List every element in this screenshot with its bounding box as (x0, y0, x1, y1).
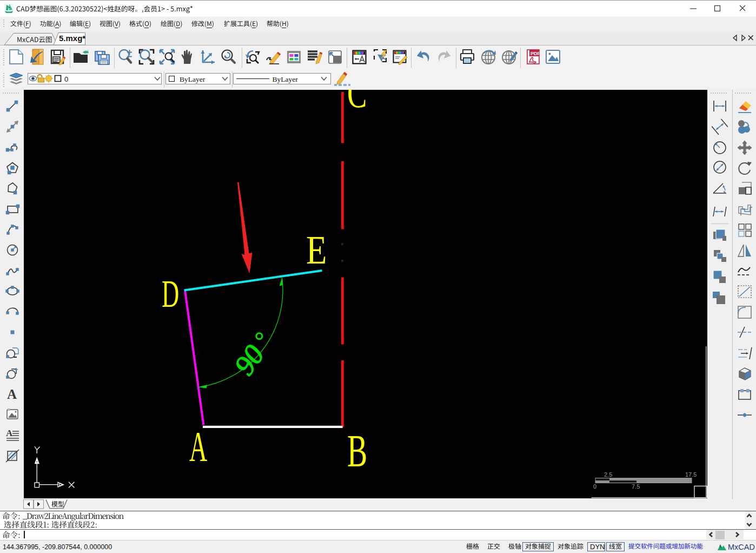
svg-text:A: A (7, 387, 17, 401)
svg-text:PDF: PDF (530, 51, 541, 56)
svg-text:A: A (6, 428, 13, 438)
